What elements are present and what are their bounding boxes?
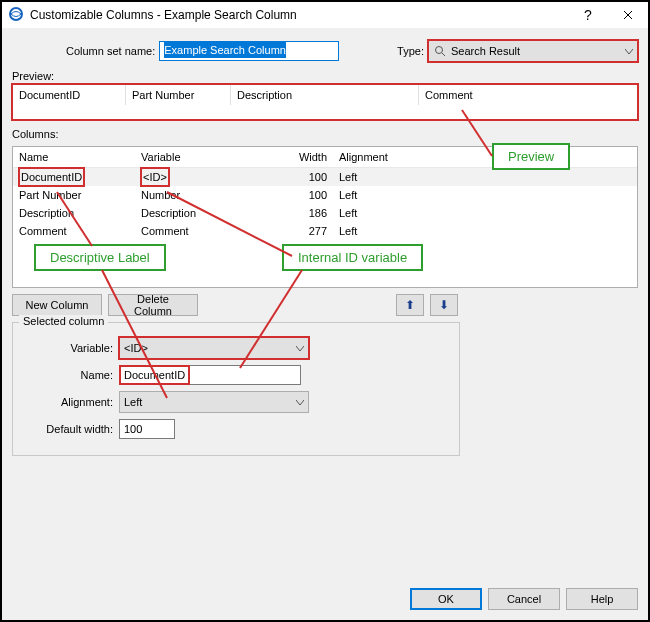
close-button[interactable] (608, 2, 648, 28)
table-row[interactable]: Part Number Number 100 Left (13, 186, 637, 204)
alignment-label: Alignment: (21, 396, 113, 408)
variable-label: Variable: (21, 342, 113, 354)
arrow-up-icon: ⬆ (405, 298, 415, 312)
column-set-name-label: Column set name: (66, 45, 155, 57)
app-icon (8, 6, 24, 24)
arrow-down-icon: ⬇ (439, 298, 449, 312)
alignment-dropdown[interactable]: Left (119, 391, 309, 413)
chevron-down-icon (296, 396, 304, 408)
type-value: Search Result (451, 45, 520, 57)
type-label: Type: (397, 45, 424, 57)
selected-column-legend: Selected column (19, 315, 108, 327)
selected-column-group: Selected column Variable: <ID> Name: Doc… (12, 322, 460, 456)
preview-header: Description (231, 85, 419, 105)
default-width-label: Default width: (21, 423, 113, 435)
table-row[interactable]: Description Description 186 Left (13, 204, 637, 222)
callout-descriptive-label: Descriptive Label (34, 244, 166, 271)
ok-button[interactable]: OK (410, 588, 482, 610)
move-up-button[interactable]: ⬆ (396, 294, 424, 316)
new-column-button[interactable]: New Column (12, 294, 102, 316)
svg-line-2 (442, 53, 445, 56)
preview-header: Part Number (126, 85, 231, 105)
move-down-button[interactable]: ⬇ (430, 294, 458, 316)
cancel-button[interactable]: Cancel (488, 588, 560, 610)
svg-point-0 (10, 8, 22, 20)
chevron-down-icon (625, 45, 633, 57)
type-dropdown[interactable]: Search Result (428, 40, 638, 62)
help-button[interactable]: ? (568, 2, 608, 28)
columns-label: Columns: (2, 126, 648, 142)
table-row[interactable]: Comment Comment 277 Left (13, 222, 637, 240)
delete-column-button[interactable]: Delete Column (108, 294, 198, 316)
window-title: Customizable Columns - Example Search Co… (30, 8, 568, 22)
svg-point-1 (436, 47, 443, 54)
column-set-name-input[interactable]: Example Search Column (159, 41, 339, 61)
name-label: Name: (21, 369, 113, 381)
help-footer-button[interactable]: Help (566, 588, 638, 610)
preview-header: DocumentID (13, 85, 126, 105)
name-input[interactable]: DocumentID (119, 365, 301, 385)
variable-dropdown[interactable]: <ID> (119, 337, 309, 359)
chevron-down-icon (296, 342, 304, 354)
titlebar: Customizable Columns - Example Search Co… (2, 2, 648, 29)
table-row[interactable]: DocumentID <ID> 100 Left (13, 168, 637, 186)
preview-header: Comment (419, 85, 501, 105)
callout-preview: Preview (492, 143, 570, 170)
preview-box: DocumentID Part Number Description Comme… (12, 84, 638, 120)
search-icon (433, 44, 447, 58)
preview-label: Preview: (2, 68, 648, 84)
callout-internal-id: Internal ID variable (282, 244, 423, 271)
default-width-input[interactable] (119, 419, 175, 439)
